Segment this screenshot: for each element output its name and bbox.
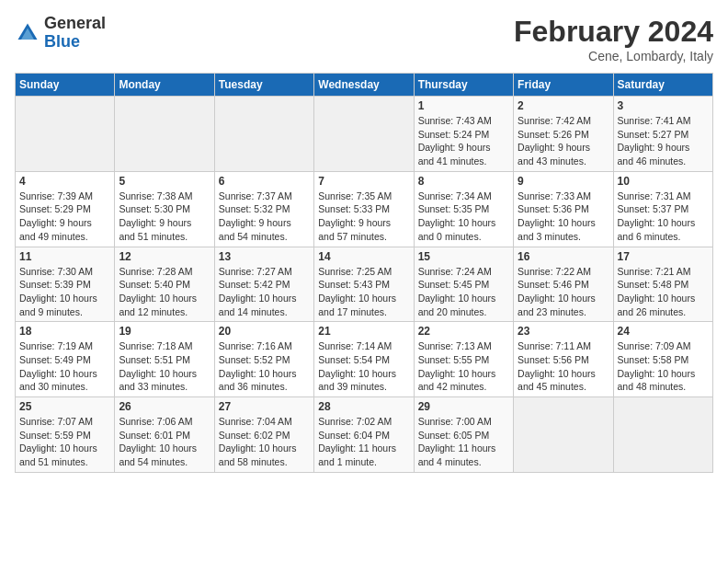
logo-general: General	[44, 14, 106, 32]
calendar-cell: 6Sunrise: 7:37 AMSunset: 5:32 PMDaylight…	[214, 171, 313, 247]
calendar-cell: 25Sunrise: 7:07 AMSunset: 5:59 PMDayligh…	[16, 397, 115, 473]
calendar-week-row: 11Sunrise: 7:30 AMSunset: 5:39 PMDayligh…	[16, 247, 713, 322]
day-info: Sunrise: 7:21 AMSunset: 5:48 PMDaylight:…	[618, 265, 709, 319]
calendar-header-saturday: Saturday	[613, 74, 712, 97]
calendar-header-thursday: Thursday	[414, 74, 513, 97]
day-number: 12	[119, 250, 210, 263]
calendar-cell: 20Sunrise: 7:16 AMSunset: 5:52 PMDayligh…	[214, 322, 313, 397]
calendar-header-friday: Friday	[514, 74, 613, 97]
day-info: Sunrise: 7:02 AMSunset: 6:04 PMDaylight:…	[318, 415, 409, 469]
day-info: Sunrise: 7:25 AMSunset: 5:43 PMDaylight:…	[318, 265, 409, 319]
calendar-cell: 7Sunrise: 7:35 AMSunset: 5:33 PMDaylight…	[314, 171, 414, 247]
day-number: 28	[318, 400, 409, 413]
calendar-cell: 21Sunrise: 7:14 AMSunset: 5:54 PMDayligh…	[314, 322, 414, 397]
calendar-cell	[214, 97, 313, 172]
day-number: 5	[119, 175, 210, 188]
day-info: Sunrise: 7:22 AMSunset: 5:46 PMDaylight:…	[518, 265, 609, 319]
day-number: 26	[119, 400, 210, 413]
logo-icon	[15, 20, 40, 46]
calendar-cell: 26Sunrise: 7:06 AMSunset: 6:01 PMDayligh…	[115, 397, 214, 473]
day-info: Sunrise: 7:30 AMSunset: 5:39 PMDaylight:…	[19, 265, 110, 319]
calendar-cell: 14Sunrise: 7:25 AMSunset: 5:43 PMDayligh…	[314, 247, 414, 322]
day-info: Sunrise: 7:37 AMSunset: 5:32 PMDaylight:…	[219, 190, 310, 244]
day-info: Sunrise: 7:13 AMSunset: 5:55 PMDaylight:…	[418, 339, 509, 394]
day-number: 25	[19, 400, 110, 413]
day-number: 9	[518, 175, 609, 188]
calendar-week-row: 18Sunrise: 7:19 AMSunset: 5:49 PMDayligh…	[16, 322, 713, 397]
day-number: 24	[618, 325, 709, 338]
title-block: February 2024 Cene, Lombardy, Italy	[514, 15, 713, 63]
calendar-cell: 28Sunrise: 7:02 AMSunset: 6:04 PMDayligh…	[314, 397, 414, 473]
calendar-cell: 10Sunrise: 7:31 AMSunset: 5:37 PMDayligh…	[613, 171, 712, 247]
calendar-cell	[314, 97, 414, 172]
calendar-cell: 15Sunrise: 7:24 AMSunset: 5:45 PMDayligh…	[414, 247, 513, 322]
calendar-cell: 24Sunrise: 7:09 AMSunset: 5:58 PMDayligh…	[613, 322, 712, 397]
day-number: 2	[518, 99, 609, 112]
day-info: Sunrise: 7:38 AMSunset: 5:30 PMDaylight:…	[119, 190, 210, 244]
day-number: 23	[518, 325, 609, 338]
day-number: 1	[418, 99, 509, 112]
day-info: Sunrise: 7:43 AMSunset: 5:24 PMDaylight:…	[418, 114, 509, 168]
day-number: 15	[418, 250, 509, 263]
calendar-header-monday: Monday	[115, 74, 214, 97]
day-info: Sunrise: 7:14 AMSunset: 5:54 PMDaylight:…	[318, 339, 409, 394]
day-number: 11	[19, 250, 110, 263]
day-info: Sunrise: 7:06 AMSunset: 6:01 PMDaylight:…	[119, 415, 210, 469]
calendar-cell	[613, 397, 712, 473]
day-number: 10	[618, 175, 709, 188]
day-info: Sunrise: 7:28 AMSunset: 5:40 PMDaylight:…	[119, 265, 210, 319]
day-number: 7	[318, 175, 409, 188]
calendar-week-row: 4Sunrise: 7:39 AMSunset: 5:29 PMDaylight…	[16, 171, 713, 247]
day-info: Sunrise: 7:33 AMSunset: 5:36 PMDaylight:…	[518, 190, 609, 244]
calendar-cell	[514, 397, 613, 473]
logo: General Blue	[15, 15, 106, 52]
day-number: 17	[618, 250, 709, 263]
day-info: Sunrise: 7:35 AMSunset: 5:33 PMDaylight:…	[318, 190, 409, 244]
calendar-header-wednesday: Wednesday	[314, 74, 414, 97]
calendar-cell: 8Sunrise: 7:34 AMSunset: 5:35 PMDaylight…	[414, 171, 513, 247]
day-info: Sunrise: 7:41 AMSunset: 5:27 PMDaylight:…	[618, 114, 709, 168]
day-info: Sunrise: 7:24 AMSunset: 5:45 PMDaylight:…	[418, 265, 509, 319]
day-info: Sunrise: 7:16 AMSunset: 5:52 PMDaylight:…	[219, 339, 310, 394]
calendar-cell: 2Sunrise: 7:42 AMSunset: 5:26 PMDaylight…	[514, 97, 613, 172]
calendar-cell: 18Sunrise: 7:19 AMSunset: 5:49 PMDayligh…	[16, 322, 115, 397]
day-number: 4	[19, 175, 110, 188]
day-number: 14	[318, 250, 409, 263]
day-number: 16	[518, 250, 609, 263]
calendar-cell: 13Sunrise: 7:27 AMSunset: 5:42 PMDayligh…	[214, 247, 313, 322]
day-info: Sunrise: 7:18 AMSunset: 5:51 PMDaylight:…	[119, 339, 210, 394]
day-number: 22	[418, 325, 509, 338]
calendar-cell: 17Sunrise: 7:21 AMSunset: 5:48 PMDayligh…	[613, 247, 712, 322]
day-number: 27	[219, 400, 310, 413]
calendar-table: SundayMondayTuesdayWednesdayThursdayFrid…	[15, 73, 713, 473]
calendar-header-sunday: Sunday	[16, 74, 115, 97]
calendar-cell: 5Sunrise: 7:38 AMSunset: 5:30 PMDaylight…	[115, 171, 214, 247]
day-number: 6	[219, 175, 310, 188]
calendar-cell: 3Sunrise: 7:41 AMSunset: 5:27 PMDaylight…	[613, 97, 712, 172]
day-info: Sunrise: 7:39 AMSunset: 5:29 PMDaylight:…	[19, 190, 110, 244]
logo-text: General Blue	[44, 15, 106, 52]
day-number: 18	[19, 325, 110, 338]
day-info: Sunrise: 7:04 AMSunset: 6:02 PMDaylight:…	[219, 415, 310, 469]
day-info: Sunrise: 7:42 AMSunset: 5:26 PMDaylight:…	[518, 114, 609, 168]
calendar-cell: 23Sunrise: 7:11 AMSunset: 5:56 PMDayligh…	[514, 322, 613, 397]
calendar-cell: 19Sunrise: 7:18 AMSunset: 5:51 PMDayligh…	[115, 322, 214, 397]
day-info: Sunrise: 7:27 AMSunset: 5:42 PMDaylight:…	[219, 265, 310, 319]
calendar-cell: 11Sunrise: 7:30 AMSunset: 5:39 PMDayligh…	[16, 247, 115, 322]
calendar-cell: 27Sunrise: 7:04 AMSunset: 6:02 PMDayligh…	[214, 397, 313, 473]
location-subtitle: Cene, Lombardy, Italy	[514, 49, 713, 63]
day-number: 19	[119, 325, 210, 338]
calendar-header-tuesday: Tuesday	[214, 74, 313, 97]
calendar-cell: 22Sunrise: 7:13 AMSunset: 5:55 PMDayligh…	[414, 322, 513, 397]
calendar-cell: 4Sunrise: 7:39 AMSunset: 5:29 PMDaylight…	[16, 171, 115, 247]
calendar-cell: 1Sunrise: 7:43 AMSunset: 5:24 PMDaylight…	[414, 97, 513, 172]
calendar-cell: 9Sunrise: 7:33 AMSunset: 5:36 PMDaylight…	[514, 171, 613, 247]
day-number: 29	[418, 400, 509, 413]
day-number: 20	[219, 325, 310, 338]
logo-blue: Blue	[44, 32, 80, 51]
calendar-cell	[115, 97, 214, 172]
day-number: 13	[219, 250, 310, 263]
day-info: Sunrise: 7:09 AMSunset: 5:58 PMDaylight:…	[618, 339, 709, 394]
day-info: Sunrise: 7:00 AMSunset: 6:05 PMDaylight:…	[418, 415, 509, 469]
calendar-cell	[16, 97, 115, 172]
